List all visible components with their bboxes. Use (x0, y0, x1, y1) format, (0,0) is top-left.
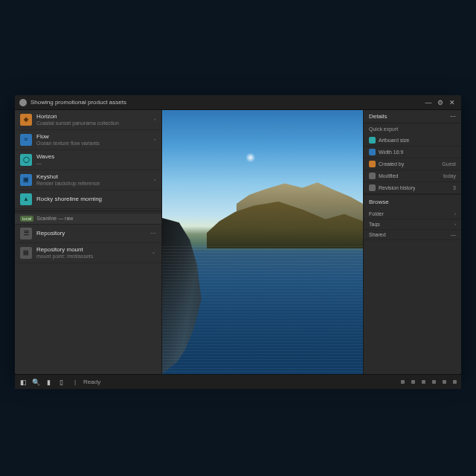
minimize-button[interactable]: — (424, 98, 433, 107)
detail-row[interactable]: Modified today (364, 170, 461, 182)
local-pill: local (20, 216, 33, 222)
repo-title: Repository (36, 230, 146, 237)
asset-subtitle: Ocean texture flow variants (36, 141, 149, 147)
asset-title: Flow (36, 133, 149, 141)
mount-icon: ▤ (20, 247, 32, 259)
detail-row[interactable]: Tags › (364, 219, 461, 230)
detail-value: Guest (442, 161, 456, 167)
asset-item[interactable]: ▲ Rocky shoreline morning (15, 190, 161, 209)
details-header-label: Details (369, 113, 387, 120)
taskbar-divider: | (74, 379, 76, 385)
repo-item[interactable]: ☰ Repository ⋯ (15, 225, 161, 243)
detail-row[interactable]: Artboard size (364, 135, 461, 147)
search-icon[interactable]: 🔍 (32, 378, 40, 386)
avatar-icon (369, 161, 376, 167)
detail-row[interactable]: Shared — (364, 230, 461, 240)
thumbnail-icon: ▲ (20, 193, 32, 205)
history-icon (369, 184, 376, 191)
titlebar: Showing promotional product assets — ⚙ ✕ (15, 95, 461, 110)
clock-icon (369, 173, 376, 179)
asset-item[interactable]: ▣ Keyshot Render backdrop reference › (15, 170, 161, 190)
asset-title: Horizon (36, 113, 149, 120)
tray-icon[interactable] (432, 380, 436, 384)
chevron-right-icon: › (155, 138, 156, 143)
asset-subtitle: Coastal sunset panorama collection (36, 120, 149, 126)
thumbnail-icon: ◆ (20, 114, 32, 126)
more-icon[interactable]: ⋯ (150, 230, 156, 237)
left-panel: ◆ Horizon Coastal sunset panorama collec… (15, 110, 162, 374)
thumbnail-icon: ≈ (20, 134, 32, 146)
detail-row[interactable]: Revision history 3 (364, 182, 461, 194)
tray-icon[interactable] (443, 380, 446, 384)
detail-key: Tags (369, 222, 380, 227)
owner-row[interactable]: Created by Guest (364, 158, 461, 170)
preview-pane[interactable] (162, 110, 363, 374)
repo-title: Repository mount (36, 246, 147, 254)
landscape-water (162, 246, 363, 374)
tray-icon[interactable] (453, 380, 457, 384)
browse-header: Browse (364, 194, 461, 209)
taskbar: ◧ 🔍 ▮ ▯ | Ready (15, 374, 461, 389)
repo-item[interactable]: ▤ Repository mount mount point: /mnt/ass… (15, 243, 161, 263)
repo-subtitle: mount point: /mnt/assets (36, 254, 147, 260)
thumbnail-icon: ◯ (20, 154, 32, 166)
app-icon (19, 99, 27, 106)
app-window: Showing promotional product assets — ⚙ ✕… (15, 95, 461, 374)
detail-key: Artboard size (379, 138, 409, 143)
detail-key: Width 16:9 (379, 149, 403, 155)
start-icon[interactable]: ◧ (19, 378, 28, 386)
tray-icon[interactable] (422, 380, 425, 384)
detail-row[interactable]: Width 16:9 (364, 147, 461, 158)
taskbar-status: Ready (83, 379, 100, 385)
tray-icon[interactable] (411, 380, 415, 384)
chevron-right-icon: › (454, 212, 456, 216)
asset-title: Rocky shoreline morning (36, 196, 156, 203)
detail-key: Created by (379, 161, 404, 167)
detail-value: 3 (453, 185, 456, 190)
app-icon[interactable]: ▯ (57, 378, 65, 386)
details-header: Details ⋯ (364, 110, 461, 123)
preview-image (162, 110, 363, 374)
explorer-icon[interactable]: ▮ (45, 378, 53, 386)
section-label: Quick export (364, 123, 461, 135)
details-panel: Details ⋯ Quick export Artboard size Wid… (363, 110, 461, 374)
folder-icon: ☰ (20, 228, 32, 239)
tray-icon[interactable] (401, 380, 405, 384)
chevron-right-icon: › (155, 178, 156, 183)
asset-title: Keyshot (36, 173, 149, 181)
chevron-down-icon[interactable]: ⌄ (152, 251, 155, 256)
close-button[interactable]: ✕ (448, 98, 457, 107)
asset-subtitle: — (36, 161, 156, 167)
window-body: ◆ Horizon Coastal sunset panorama collec… (15, 110, 461, 374)
detail-row[interactable]: Folder › (364, 209, 461, 219)
status-row[interactable]: local Scanline — raw (15, 213, 161, 225)
swatch-icon (369, 149, 376, 155)
asset-item[interactable]: ◯ Waves — (15, 150, 161, 170)
settings-icon[interactable]: ⚙ (436, 98, 445, 107)
asset-subtitle: Render backdrop reference (36, 181, 149, 187)
asset-item[interactable]: ≈ Flow Ocean texture flow variants › (15, 130, 161, 150)
window-title: Showing promotional product assets (30, 99, 126, 106)
thumbnail-icon: ▣ (20, 174, 32, 186)
panel-menu-icon[interactable]: ⋯ (450, 113, 456, 120)
asset-item[interactable]: ◆ Horizon Coastal sunset panorama collec… (15, 110, 161, 130)
status-text: Scanline — raw (36, 216, 73, 221)
detail-key: Shared (369, 232, 386, 237)
asset-title: Waves (36, 153, 156, 161)
detail-key: Revision history (379, 185, 415, 190)
detail-key: Folder (369, 211, 384, 216)
chevron-right-icon: › (454, 222, 456, 226)
swatch-icon (369, 137, 376, 144)
chevron-right-icon: › (155, 118, 156, 123)
detail-value: — (451, 232, 456, 237)
desktop: Showing promotional product assets — ⚙ ✕… (0, 0, 476, 476)
detail-value: today (443, 173, 456, 178)
detail-key: Modified (379, 173, 398, 178)
separator (15, 210, 161, 211)
